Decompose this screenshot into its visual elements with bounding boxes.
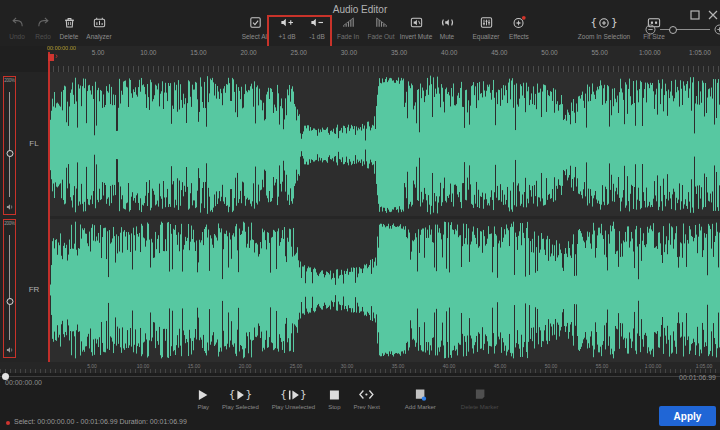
equalizer-button[interactable]: Equalizer [468, 15, 504, 40]
zoom-in-selection-button[interactable]: { } Zoom In Selection [576, 15, 632, 40]
window-title: Audio Editor [0, 4, 720, 15]
prev-next-icon [359, 389, 375, 400]
invert-mute-label: Invert Mute [400, 33, 433, 40]
volume-plus-icon [279, 15, 295, 30]
ruler-tick-label: 50.00 [545, 363, 558, 369]
play-unselected-button[interactable]: {} Play Unselected [272, 388, 315, 410]
ruler-tick-label: 5.00 [87, 363, 97, 369]
ruler-tick-label: 15.00 [190, 49, 206, 56]
ruler-tick-label: 1:05.00 [696, 363, 713, 369]
channel-fl-label: FL [24, 139, 44, 148]
timeline-ruler[interactable]: 5.0010.0015.0020.0025.0030.0035.0040.004… [48, 46, 720, 72]
ruler-tick-label: 15.00 [188, 363, 201, 369]
fade-out-button[interactable]: Fade Out [364, 15, 398, 40]
maximize-icon [690, 10, 700, 20]
waveform-canvas[interactable] [48, 72, 720, 362]
fade-out-label: Fade Out [367, 33, 394, 40]
position-time: 00:00:00.00 [5, 379, 42, 386]
ruler-tick-label: 25.00 [291, 49, 307, 56]
add-marker-button[interactable]: Add Marker [405, 388, 436, 410]
toolbar-center-group: Select All +1 dB -1 dB Fade In Fade Out … [238, 15, 534, 40]
undo-button[interactable]: Undo [4, 15, 30, 40]
ruler-tick-label: 55.00 [592, 49, 608, 56]
effects-button[interactable]: Effects [504, 15, 534, 40]
brace-left: { [229, 389, 236, 400]
ruler-tick-label: 45.00 [491, 49, 507, 56]
fade-in-icon [341, 15, 356, 30]
play-label: Play [197, 404, 209, 410]
effects-badge [522, 16, 526, 20]
delete-marker-button[interactable]: Delete Marker [461, 388, 499, 410]
playhead-marker[interactable] [48, 54, 54, 61]
delete-label: Delete [60, 33, 79, 40]
delete-marker-label: Delete Marker [461, 404, 499, 410]
zoom-slider-knob[interactable] [669, 26, 677, 34]
ruler-tick-label: 50.00 [541, 49, 557, 56]
fr-volume-knob[interactable] [6, 298, 13, 305]
ruler-tick-label: 25.00 [290, 363, 303, 369]
ruler-tick-label: 5.00 [92, 49, 105, 56]
zoom-slider-track[interactable] [660, 29, 710, 30]
volume-up-button[interactable]: +1 dB [272, 15, 302, 40]
toolbar-left-group: Undo Redo Delete Analyzer [4, 15, 116, 40]
analyzer-button[interactable]: Analyzer [82, 15, 116, 40]
add-marker-icon [414, 388, 427, 401]
apply-button[interactable]: Apply [659, 406, 716, 426]
ruler-tick-label: 20.00 [240, 49, 256, 56]
close-icon [708, 10, 718, 20]
status-dot [6, 421, 10, 425]
undo-icon [10, 15, 25, 30]
selection-status-text: Select: 00:00:00.00 - 00:01:06.99 Durati… [14, 418, 187, 425]
brace-left: { [280, 389, 287, 400]
redo-button[interactable]: Redo [30, 15, 56, 40]
stop-button[interactable]: Stop [328, 388, 340, 410]
fade-in-button[interactable]: Fade In [332, 15, 364, 40]
ruler-tick-label: 1:05.00 [689, 49, 711, 56]
fl-speaker-icon [6, 203, 14, 211]
ruler-tick-label: 20.00 [239, 363, 252, 369]
volume-down-label: -1 dB [309, 33, 325, 40]
close-button[interactable] [706, 8, 720, 22]
maximize-button[interactable] [688, 8, 702, 22]
play-selected-button[interactable]: {} Play Selected [222, 388, 259, 410]
horizontal-scrollbar[interactable] [0, 373, 720, 381]
playhead-line[interactable] [48, 52, 50, 362]
fl-volume-track[interactable] [9, 92, 10, 197]
channel-fl-volume-value: 200% [4, 78, 15, 83]
volume-down-button[interactable]: -1 dB [302, 15, 332, 40]
ruler-tick-label: 30.00 [341, 363, 354, 369]
channel-fr-volume-slider[interactable]: 200% [3, 219, 16, 358]
playhead-time-label: 00:00:00.00 [47, 45, 76, 51]
overview-ruler[interactable]: 5.0010.0015.0020.0025.0030.0035.0040.004… [0, 362, 720, 373]
invert-mute-button[interactable]: Invert Mute [398, 15, 434, 40]
prev-next-button[interactable]: Prev Next [353, 388, 379, 410]
zoom-selection-icon [598, 17, 610, 29]
select-all-button[interactable]: Select All [238, 15, 272, 40]
ruler-tick-label: 40.00 [443, 363, 456, 369]
effects-icon [511, 15, 527, 30]
zoom-out-icon[interactable] [645, 24, 656, 35]
mute-label: Mute [440, 33, 454, 40]
ruler-tick-label: 1:00.00 [645, 363, 662, 369]
ruler-tick-label: 10.00 [140, 49, 156, 56]
equalizer-icon [479, 15, 494, 30]
channel-fr-volume-value: 200% [4, 221, 15, 226]
delete-marker-icon [473, 388, 486, 401]
trash-icon [62, 15, 77, 30]
add-marker-label: Add Marker [405, 404, 436, 410]
scrollbar-track[interactable] [0, 376, 720, 377]
ruler-tick-label: 30.00 [341, 49, 357, 56]
select-all-icon [248, 15, 263, 30]
brace-right: } [611, 17, 618, 28]
channel-fl-volume-slider[interactable]: 200% [3, 76, 16, 215]
play-selected-icon [236, 390, 244, 400]
fl-volume-knob[interactable] [6, 150, 13, 157]
zoom-in-icon[interactable] [714, 24, 720, 35]
fr-volume-track[interactable] [9, 235, 10, 340]
transport-bar: Play {} Play Selected {} Play Unselected… [197, 388, 498, 410]
channel-fr-label: FR [24, 285, 44, 294]
delete-button[interactable]: Delete [56, 15, 82, 40]
mute-button[interactable]: Mute [434, 15, 460, 40]
play-button[interactable]: Play [197, 388, 209, 410]
fr-speaker-icon [6, 346, 14, 354]
